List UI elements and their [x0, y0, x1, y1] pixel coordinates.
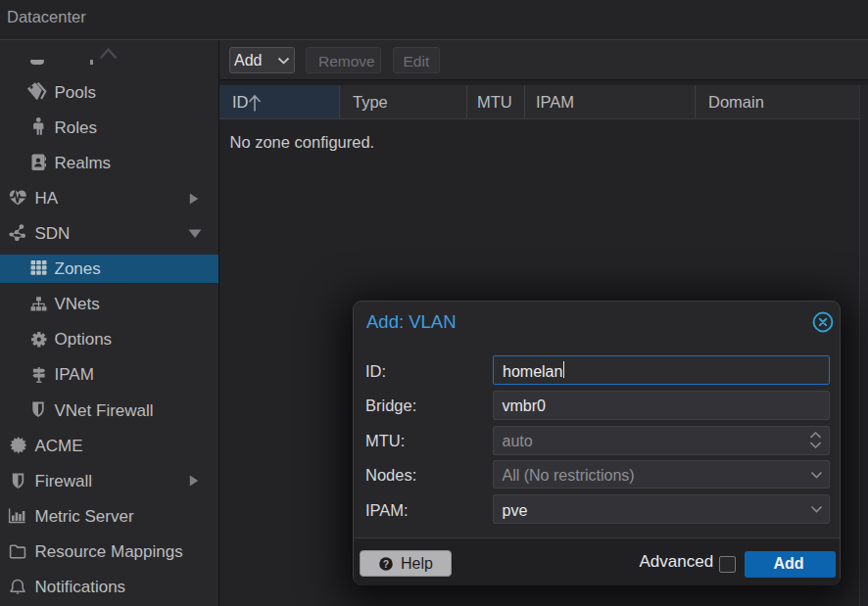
svg-text:?: ?	[382, 558, 388, 570]
